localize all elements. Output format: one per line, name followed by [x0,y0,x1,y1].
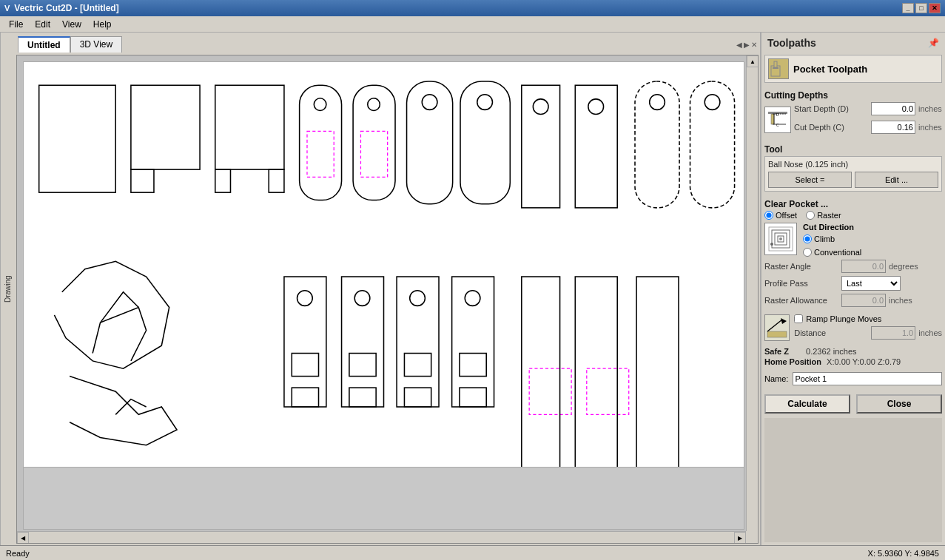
tool-buttons: Select = Edit ... [768,172,938,188]
scroll-left-button[interactable]: ◀ [17,532,29,544]
clear-pocket-section: Offset Raster [764,211,942,310]
calculate-button[interactable]: Calculate [764,394,850,414]
conventional-radio-item: Conventional [803,248,861,257]
select-button[interactable]: Select = [768,172,852,188]
svg-rect-30 [349,354,376,377]
tool-section-header: Tool [764,144,942,155]
toolpaths-panel: Toolpaths 📌 Pocket Toolpath Cutting Dept… [760,33,945,545]
tab-close-icon[interactable]: ✕ [751,41,757,49]
svg-text:C: C [776,123,779,127]
close-button[interactable]: Close [856,394,942,414]
svg-line-64 [767,320,782,331]
close-button[interactable]: ✕ [929,3,941,13]
svg-marker-65 [781,318,787,324]
titlebar: V Vectric Cut2D - [Untitled] _ □ ✕ [0,0,945,16]
svg-point-15 [477,95,493,110]
window-title: Vectric Cut2D - [Untitled] [14,3,118,13]
name-input[interactable] [793,372,942,385]
action-buttons: Calculate Close [764,394,942,414]
tab-prev-icon[interactable]: ◀ [736,41,742,49]
svg-rect-35 [404,388,431,407]
conventional-radio[interactable] [803,248,812,257]
raster-radio[interactable] [806,211,815,220]
ramp-distance-unit: inches [918,328,942,337]
viewport-container: ▲ ▼ ◀ ▶ [16,55,759,544]
svg-rect-39 [460,388,486,407]
scroll-track-v[interactable] [747,67,758,531]
raster-allowance-row: Raster Allowance inches [764,294,942,307]
cut-depth-input[interactable] [871,121,915,134]
status-text: Ready [6,549,30,558]
name-row: Name: [764,372,942,385]
start-depth-input[interactable] [871,102,915,115]
cut-direction-section: Cut Direction Climb Conventional [764,223,942,257]
start-depth-row: Start Depth (D) inches [794,102,942,115]
titlebar-left: V Vectric Cut2D - [Untitled] [4,3,119,13]
menu-view[interactable]: View [56,18,87,31]
edit-button[interactable]: Edit ... [855,172,938,188]
menu-edit[interactable]: Edit [29,18,56,31]
ramp-checkbox[interactable] [794,314,803,323]
drawing-panel-label: Drawing [0,33,15,545]
tab-bar: Untitled 3D View ◀ ▶ ✕ [15,33,760,53]
tab-next-icon[interactable]: ▶ [744,41,750,49]
tab-3d-view[interactable]: 3D View [70,36,122,53]
raster-allowance-input[interactable] [841,294,886,307]
tab-nav: ◀ ▶ ✕ [736,41,757,49]
menu-file[interactable]: File [3,18,29,31]
svg-rect-6 [300,85,342,200]
safe-z-label: Safe Z [764,347,789,356]
offset-label: Offset [776,211,797,220]
ramp-distance-label: Distance [794,328,868,337]
raster-radio-item: Raster [806,211,841,220]
climb-radio[interactable] [803,235,812,243]
name-label: Name: [764,374,788,383]
tab-untitled[interactable]: Untitled [18,36,70,53]
coordinates-text: X: 5.9360 Y: 4.9845 [868,549,939,558]
svg-rect-41 [587,368,629,414]
tab-bar-left: Untitled 3D View [18,36,122,53]
svg-rect-46 [774,61,777,67]
svg-point-23 [704,95,720,110]
svg-rect-38 [460,354,486,377]
svg-rect-26 [292,354,318,377]
conventional-label: Conventional [814,248,861,257]
cut-depth-label: Cut Depth (C) [794,123,868,132]
svg-rect-12 [407,81,453,204]
pocket-toolpath-label: Pocket Toolpath [793,64,867,75]
pin-icon[interactable]: 📌 [928,38,939,48]
pocket-tool-icon [768,58,789,79]
pocket-toolpath-header: Pocket Toolpath [764,55,942,83]
svg-rect-4 [215,169,231,192]
svg-point-61 [779,237,782,240]
minimize-button[interactable]: _ [902,3,914,13]
scroll-track-h[interactable] [29,532,734,543]
raster-angle-input[interactable] [841,260,886,273]
svg-rect-42 [522,277,560,468]
offset-radio[interactable] [764,211,773,220]
svg-rect-5 [269,169,284,192]
horizontal-scrollbar[interactable]: ◀ ▶ [17,531,746,543]
svg-point-7 [314,98,326,111]
ramp-checkbox-row: Ramp Plunge Moves [794,314,942,323]
svg-rect-47 [773,67,778,69]
safe-z-row: Safe Z 0.2362 inches [764,347,942,356]
depth-icon: D C [764,107,791,133]
profile-pass-label: Profile Pass [764,279,838,288]
svg-point-21 [650,95,665,110]
titlebar-controls[interactable]: _ □ ✕ [902,3,941,13]
menu-help[interactable]: Help [87,18,118,31]
cutting-depths-section: D C Start Depth (D) inches Cut Depth (C) [764,102,942,137]
scroll-up-button[interactable]: ▲ [747,55,759,67]
vertical-scrollbar[interactable]: ▲ ▼ [746,55,758,543]
svg-rect-44 [636,277,679,468]
svg-rect-20 [635,81,679,208]
scroll-right-button[interactable]: ▶ [734,532,746,544]
raster-label: Raster [817,211,841,220]
maximize-button[interactable]: □ [915,3,927,13]
ramp-distance-input[interactable] [871,326,915,340]
profile-pass-select[interactable]: Last First None [841,276,901,291]
start-depth-unit: inches [918,104,942,113]
svg-point-17 [533,99,548,115]
viewport[interactable] [23,61,744,469]
